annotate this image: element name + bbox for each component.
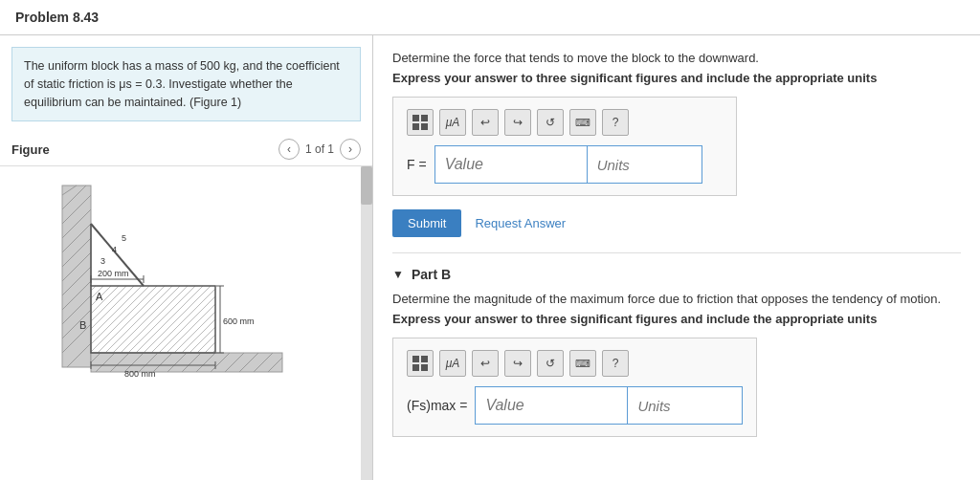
part-a-answer-box: μA ↩ ↪ ↺ ⌨ bbox=[392, 97, 737, 196]
part-a-section: Determine the force that tends to move t… bbox=[392, 51, 961, 237]
part-a-toolbar: μA ↩ ↪ ↺ ⌨ bbox=[407, 109, 723, 136]
part-b-value-input[interactable] bbox=[475, 386, 628, 425]
problem-title: Problem 8.43 bbox=[0, 0, 980, 35]
svg-text:4: 4 bbox=[112, 245, 117, 254]
part-b-answer-box: μA ↩ ↪ ↺ ⌨ bbox=[392, 338, 757, 437]
part-b-mu-button[interactable]: μA bbox=[439, 350, 466, 377]
nav-prev-button[interactable]: ‹ bbox=[278, 139, 300, 160]
keyboard-button[interactable]: ⌨ bbox=[569, 109, 596, 136]
part-b-toolbar: μA ↩ ↪ ↺ ⌨ bbox=[407, 350, 743, 377]
part-b-units-input[interactable] bbox=[628, 386, 743, 425]
figure-drawing: A B 200 mm 600 mm bbox=[53, 176, 321, 386]
request-answer-link[interactable]: Request Answer bbox=[475, 216, 566, 230]
svg-text:A: A bbox=[96, 291, 103, 302]
part-b-instruction1: Determine the magnitude of the maximum f… bbox=[392, 292, 961, 306]
problem-description: The uniform block has a mass of 500 kg, … bbox=[24, 59, 340, 109]
part-b-redo-icon: ↪ bbox=[513, 357, 523, 370]
help-button[interactable]: ? bbox=[602, 109, 629, 136]
mu-button[interactable]: μA bbox=[439, 109, 466, 136]
undo-icon: ↩ bbox=[480, 116, 490, 129]
refresh-button[interactable]: ↺ bbox=[537, 109, 564, 136]
problem-text: The uniform block has a mass of 500 kg, … bbox=[11, 47, 361, 121]
grid-button[interactable] bbox=[407, 109, 434, 136]
svg-rect-29 bbox=[91, 286, 215, 353]
nav-next-icon: › bbox=[348, 142, 352, 156]
part-b-keyboard-icon: ⌨ bbox=[575, 358, 590, 370]
nav-prev-icon: ‹ bbox=[287, 142, 291, 156]
submit-button[interactable]: Submit bbox=[392, 209, 461, 237]
figure-scrollbar[interactable] bbox=[361, 166, 372, 480]
part-b-refresh-button[interactable]: ↺ bbox=[537, 350, 564, 377]
mu-icon: μA bbox=[446, 116, 460, 129]
part-b-undo-button[interactable]: ↩ bbox=[472, 350, 499, 377]
part-a-f-label: F = bbox=[407, 157, 427, 172]
svg-text:3: 3 bbox=[100, 256, 105, 266]
refresh-icon: ↺ bbox=[546, 116, 555, 129]
part-a-instruction1: Determine the force that tends to move t… bbox=[392, 51, 961, 65]
redo-icon: ↪ bbox=[513, 116, 523, 129]
nav-next-button[interactable]: › bbox=[340, 139, 361, 160]
redo-button[interactable]: ↪ bbox=[504, 109, 531, 136]
part-b-help-icon: ? bbox=[612, 357, 619, 370]
part-a-value-input[interactable] bbox=[434, 145, 588, 184]
undo-button[interactable]: ↩ bbox=[472, 109, 499, 136]
request-answer-label: Request Answer bbox=[475, 216, 566, 230]
submit-label: Submit bbox=[408, 216, 446, 230]
part-b-redo-button[interactable]: ↪ bbox=[504, 350, 531, 377]
part-b-section: ▼ Part B Determine the magnitude of the … bbox=[392, 267, 961, 450]
figure-svg: A B 200 mm 600 mm bbox=[0, 166, 372, 396]
part-a-instruction2: Express your answer to three significant… bbox=[392, 71, 961, 85]
part-b-undo-icon: ↩ bbox=[480, 357, 490, 370]
figure-navigation: ‹ 1 of 1 › bbox=[278, 139, 361, 160]
svg-text:600 mm: 600 mm bbox=[223, 316, 255, 326]
svg-text:5: 5 bbox=[122, 233, 126, 243]
figure-scroll-thumb[interactable] bbox=[361, 166, 372, 205]
part-b-input-row: (Fs)max = bbox=[407, 386, 743, 425]
part-b-title: Part B bbox=[412, 267, 451, 282]
part-b-grid-button[interactable] bbox=[407, 350, 434, 377]
part-b-f-label: (Fs)max = bbox=[407, 398, 467, 413]
part-a-units-input[interactable] bbox=[588, 145, 702, 184]
svg-text:800 mm: 800 mm bbox=[124, 369, 156, 379]
part-b-collapse-arrow[interactable]: ▼ bbox=[392, 268, 404, 281]
part-b-help-button[interactable]: ? bbox=[602, 350, 629, 377]
part-a-actions: Submit Request Answer bbox=[392, 209, 961, 237]
part-b-keyboard-button[interactable]: ⌨ bbox=[569, 350, 596, 377]
page-indicator: 1 of 1 bbox=[305, 142, 334, 156]
figure-area: A B 200 mm 600 mm bbox=[0, 165, 372, 480]
right-panel: Determine the force that tends to move t… bbox=[373, 35, 980, 480]
figure-header: Figure ‹ 1 of 1 › bbox=[0, 133, 372, 165]
keyboard-icon: ⌨ bbox=[575, 117, 590, 129]
part-b-refresh-icon: ↺ bbox=[546, 357, 555, 370]
figure-label: Figure bbox=[11, 142, 50, 157]
title-text: Problem 8.43 bbox=[15, 10, 99, 25]
part-a-input-row: F = bbox=[407, 145, 723, 184]
svg-text:B: B bbox=[79, 319, 86, 331]
help-icon: ? bbox=[612, 116, 619, 129]
svg-text:200 mm: 200 mm bbox=[98, 269, 129, 278]
section-divider bbox=[392, 252, 961, 253]
part-b-header: ▼ Part B bbox=[392, 267, 961, 282]
part-b-mu-icon: μA bbox=[446, 357, 460, 370]
part-b-instruction2: Express your answer to three significant… bbox=[392, 312, 961, 326]
